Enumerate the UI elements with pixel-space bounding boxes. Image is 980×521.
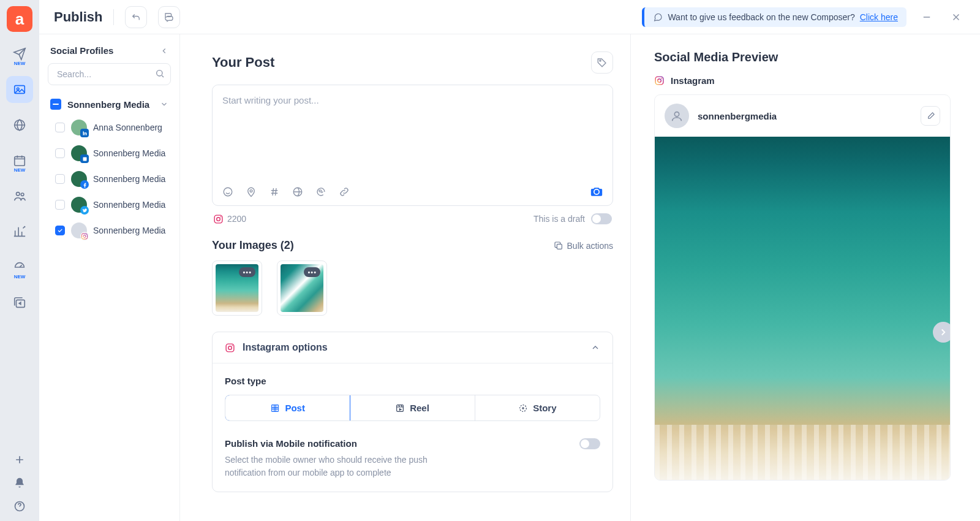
preview-image <box>655 137 950 480</box>
draft-label: This is a draft <box>533 214 585 224</box>
account-row[interactable]: Sonnenberg Media <box>48 140 171 166</box>
comments-button[interactable] <box>158 6 180 28</box>
rail-add[interactable] <box>13 454 26 466</box>
search-input[interactable] <box>48 63 171 85</box>
camera-icon[interactable] <box>590 186 603 198</box>
svg-point-30 <box>674 112 679 116</box>
instagram-icon <box>225 343 235 353</box>
composer-title: Your Post <box>212 55 274 70</box>
mobile-notif-toggle[interactable] <box>579 438 600 449</box>
account-row[interactable]: Sonnenberg Media <box>48 218 171 243</box>
image-thumb[interactable]: ••• <box>277 260 327 316</box>
account-checkbox[interactable] <box>55 174 65 184</box>
copy-icon <box>554 241 564 251</box>
preview-platform: Instagram <box>671 75 715 86</box>
svg-point-11 <box>83 235 86 237</box>
new-badge: NEW <box>14 274 26 280</box>
svg-rect-24 <box>272 405 279 411</box>
svg-point-15 <box>250 190 252 192</box>
tag-button[interactable] <box>591 51 613 74</box>
chat-icon <box>653 12 663 22</box>
svg-point-28 <box>658 79 662 83</box>
chevron-up-icon <box>590 343 600 352</box>
feedback-text: Want to give us feedback on the new Comp… <box>668 12 854 22</box>
minimize-button[interactable] <box>918 8 936 26</box>
svg-point-5 <box>21 193 24 196</box>
composer-panel: Your Post <box>180 34 631 521</box>
avatar <box>71 120 87 135</box>
account-row[interactable]: Sonnenberg Media <box>48 192 171 218</box>
grid-icon <box>270 403 280 413</box>
char-count-value: 2200 <box>227 214 246 224</box>
rail-dashboard[interactable]: NEW <box>6 254 33 281</box>
undo-button[interactable] <box>125 6 147 28</box>
account-row[interactable]: Sonnenberg Media <box>48 166 171 192</box>
account-name: Sonnenberg Media <box>93 200 165 210</box>
location-icon[interactable] <box>246 186 257 197</box>
new-badge: NEW <box>14 61 26 66</box>
svg-point-22 <box>228 346 232 349</box>
options-header[interactable]: Instagram options <box>213 332 612 363</box>
rail-analytics[interactable] <box>6 218 33 245</box>
account-checkbox[interactable] <box>55 148 65 158</box>
link-icon[interactable] <box>339 186 350 197</box>
thumb-menu[interactable]: ••• <box>304 267 320 277</box>
rail-help[interactable] <box>13 500 26 512</box>
account-name: Sonnenberg Media <box>93 148 165 158</box>
bulk-actions[interactable]: Bulk actions <box>554 241 613 251</box>
instagram-options: Instagram options Post type Post <box>212 332 613 492</box>
account-row[interactable]: Anna Sonnenberg <box>48 115 171 140</box>
collapse-profiles[interactable] <box>160 47 168 55</box>
preview-title: Social Media Preview <box>654 50 951 64</box>
chevron-down-icon <box>160 100 168 108</box>
rail-send[interactable]: NEW <box>6 40 33 67</box>
thumb-menu[interactable]: ••• <box>239 267 255 277</box>
account-checkbox[interactable] <box>55 226 65 235</box>
image-thumb[interactable]: ••• <box>212 260 262 316</box>
rail-monitor[interactable] <box>6 112 33 139</box>
edit-preview-button[interactable] <box>921 106 940 126</box>
profiles-title: Social Profiles <box>50 45 113 56</box>
avatar <box>71 197 87 213</box>
instagram-icon <box>80 232 89 240</box>
post-type-segment: Post Reel Story <box>225 395 600 421</box>
svg-point-23 <box>232 344 233 346</box>
draft-toggle[interactable] <box>591 213 612 224</box>
emoji-icon[interactable] <box>222 186 233 197</box>
svg-point-18 <box>217 217 221 221</box>
rail-notifications[interactable] <box>13 477 26 489</box>
images-title: Your Images (2) <box>212 239 294 252</box>
rail-calendar[interactable]: NEW <box>6 147 33 174</box>
close-button[interactable] <box>947 8 965 26</box>
bulk-label: Bulk actions <box>567 241 613 251</box>
post-textarea[interactable] <box>213 85 612 177</box>
story-icon <box>518 403 528 413</box>
facebook-icon <box>80 180 89 189</box>
rail-library[interactable] <box>6 289 33 316</box>
account-name: Sonnenberg Media <box>93 174 165 184</box>
svg-point-29 <box>662 78 663 79</box>
globe-icon[interactable] <box>292 186 303 197</box>
account-checkbox[interactable] <box>55 123 65 132</box>
hashtag-icon[interactable] <box>269 186 280 197</box>
mention-icon[interactable] <box>315 186 326 197</box>
post-type-label: Post type <box>225 376 600 386</box>
feedback-banner: Want to give us feedback on the new Comp… <box>642 7 907 27</box>
avatar <box>71 145 87 161</box>
rail-team[interactable] <box>6 183 33 210</box>
svg-rect-20 <box>557 244 562 249</box>
mobile-notif-title: Publish via Mobile notification <box>225 438 433 449</box>
post-type-post[interactable]: Post <box>225 395 350 421</box>
post-type-story[interactable]: Story <box>475 395 600 420</box>
char-counter: 2200 <box>213 214 246 224</box>
account-checkbox[interactable] <box>55 200 65 210</box>
rail-publish[interactable] <box>6 76 33 103</box>
profile-group[interactable]: Sonnenberg Media <box>48 94 171 115</box>
feedback-link[interactable]: Click here <box>860 12 898 22</box>
new-badge: NEW <box>14 167 26 173</box>
group-checkbox-indeterminate[interactable] <box>50 99 61 110</box>
preview-username: sonnenbergmedia <box>698 111 912 121</box>
post-type-reel[interactable]: Reel <box>350 395 475 420</box>
next-image-button[interactable] <box>933 322 951 343</box>
search-icon <box>155 69 165 78</box>
